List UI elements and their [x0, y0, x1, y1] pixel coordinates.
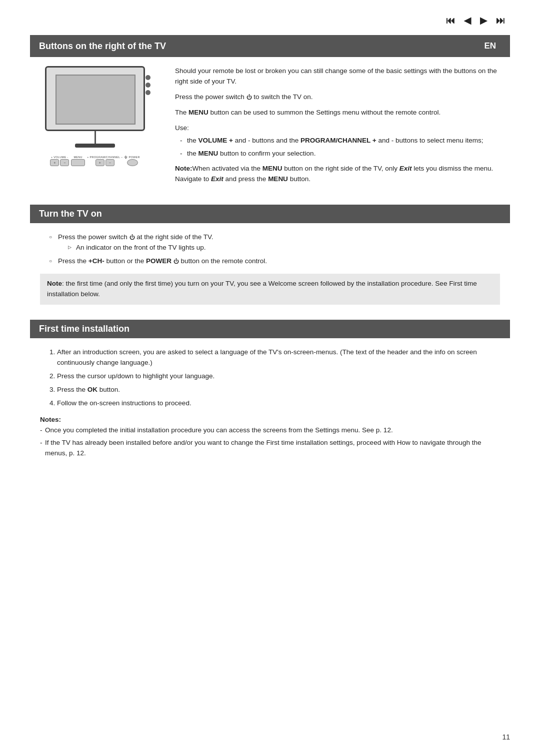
turn-on-note-text: Note: the first time (and only the first…	[47, 279, 493, 300]
tv-screen	[56, 75, 136, 125]
tv-illustration-column: + VOLUME - + − MENU + PROGRAM/CHANNEL −	[30, 66, 160, 190]
tv-body	[45, 66, 145, 131]
note-text: Note:When activated via the MENU button …	[175, 164, 510, 185]
step-1: After an introduction screen, you are as…	[57, 347, 500, 368]
page-number: 11	[502, 733, 510, 741]
section-header-buttons: Buttons on the right of the TV EN	[30, 35, 510, 57]
notes-items-list: Once you completed the initial installat…	[40, 425, 500, 459]
intro-para-1: Should your remote be lost or broken you…	[175, 66, 510, 87]
turn-on-sub-item-1: An indicator on the front of the TV ligh…	[68, 243, 500, 253]
nav-icon-prev-prev[interactable]: ⏮	[446, 16, 455, 26]
use-item-1: the VOLUME + and - buttons and the PROGR…	[180, 136, 510, 146]
section-header-turn-on: Turn the TV on	[30, 205, 510, 223]
section-turn-tv-on: Turn the TV on Press the power switch at…	[30, 205, 510, 305]
two-column-layout: + VOLUME - + − MENU + PROGRAM/CHANNEL −	[30, 66, 510, 190]
intro-para-2: Press the power switch to switch the TV …	[175, 92, 510, 103]
step-2: Press the cursor up/down to highlight yo…	[57, 371, 500, 382]
tv-buttons-row: + VOLUME - + − MENU + PROGRAM/CHANNEL −	[35, 156, 155, 166]
section-header-first-time: First time installation	[30, 320, 510, 338]
menu-button-group: MENU	[71, 156, 85, 166]
section-title-first-time: First time installation	[39, 324, 130, 334]
step-4: Follow the on-screen instructions to pro…	[57, 398, 500, 409]
use-items-list: the VOLUME + and - buttons and the PROGR…	[175, 136, 510, 159]
nav-icon-next[interactable]: ▶	[480, 15, 487, 26]
first-time-steps: After an introduction screen, you are as…	[40, 347, 500, 409]
section-buttons-right: Buttons on the right of the TV EN	[30, 35, 510, 190]
section-first-time-installation: First time installation After an introdu…	[30, 320, 510, 459]
notes-label: Notes:	[40, 416, 500, 423]
use-label: Use:	[175, 123, 510, 134]
first-time-notes: Notes: Once you completed the initial in…	[40, 416, 500, 459]
intro-para-3: The MENU button can be used to summon th…	[175, 108, 510, 118]
nav-icon-prev[interactable]: ◀	[464, 15, 471, 26]
power-icon-1	[130, 233, 135, 241]
note-item-2: If the TV has already been installed bef…	[40, 438, 500, 459]
tv-stand-base	[75, 144, 115, 148]
section-title-turn-on: Turn the TV on	[39, 209, 102, 219]
page: ⏮ ◀ ▶ ⏭ Buttons on the right of the TV E…	[0, 0, 540, 756]
power-icon-inline	[246, 93, 252, 101]
nav-icon-next-next[interactable]: ⏭	[496, 16, 505, 26]
section-title-buttons: Buttons on the right of the TV	[39, 41, 166, 52]
en-badge: EN	[479, 39, 501, 53]
step-3: Press the OK button.	[57, 385, 500, 395]
turn-on-body: Press the power switch at the right side…	[30, 232, 510, 305]
buttons-right-text-column: Should your remote be lost or broken you…	[175, 66, 510, 190]
turn-on-item-2: Press the +CH- button or the POWER butto…	[50, 256, 500, 267]
power-icon-2	[174, 257, 179, 265]
note-item-1: Once you completed the initial installat…	[40, 425, 500, 436]
tv-illustration	[35, 66, 155, 148]
turn-on-sub-list: An indicator on the front of the TV ligh…	[58, 243, 500, 253]
volume-button-group: + VOLUME - + −	[50, 156, 69, 166]
turn-on-note-box: Note: the first time (and only the first…	[40, 274, 500, 305]
turn-on-item-1: Press the power switch at the right side…	[50, 232, 500, 253]
program-channel-button-group: + PROGRAM/CHANNEL − + −	[87, 156, 122, 166]
first-time-body: After an introduction screen, you are as…	[30, 347, 510, 459]
use-item-2: the MENU button to confirm your selectio…	[180, 149, 510, 159]
power-button-group: ⏻ POWER	[124, 156, 140, 166]
tv-stand-arm	[94, 131, 96, 144]
top-navigation: ⏮ ◀ ▶ ⏭	[30, 15, 510, 26]
turn-on-bullet-list: Press the power switch at the right side…	[40, 232, 500, 267]
